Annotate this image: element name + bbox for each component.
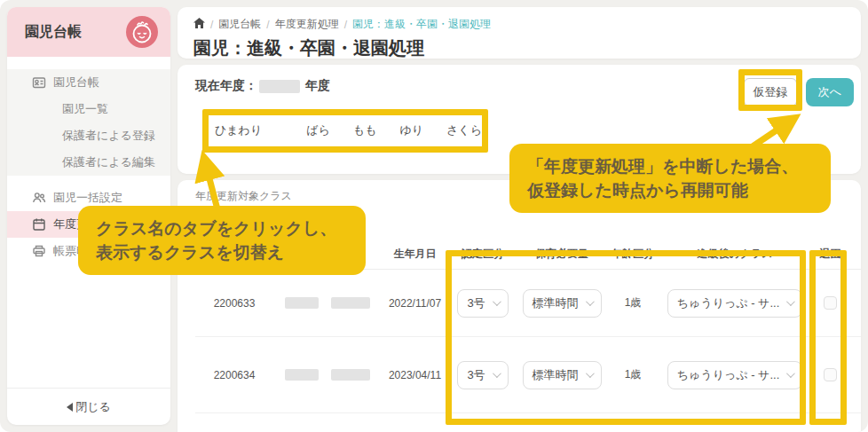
- title-card: / 園児台帳 / 年度更新処理 / 園児：進級・卒園・退園処理 園児：進級・卒園…: [178, 7, 861, 59]
- chevron-down-icon: [493, 297, 501, 306]
- callout-provisional-save: 「年度更新処理」を中断した場合、 仮登録した時点から再開可能: [509, 144, 831, 213]
- people-icon: [32, 191, 46, 205]
- chevron-down-icon: [585, 369, 594, 378]
- class-tabs: ひまわり ばら もも ゆり さくら: [195, 122, 843, 138]
- sidebar-item-enjidaicho[interactable]: 園児台帳: [7, 69, 170, 96]
- breadcrumb-link-enjidaicho[interactable]: 園児台帳: [218, 17, 261, 32]
- hoiku-select-value: 標準時間: [533, 295, 579, 311]
- sidebar-item-label: 園児一覧: [62, 101, 108, 117]
- chevron-down-icon: [786, 297, 795, 306]
- callout-line: 「年度更新処理」を中断した場合、: [527, 154, 813, 178]
- menu-group-enjidaicho: 園児台帳 園児一覧 保護者による登録 保護者による編集: [7, 69, 170, 176]
- tab-yuri[interactable]: ゆり: [399, 122, 423, 138]
- taien-checkbox[interactable]: [824, 296, 837, 310]
- current-year-label: 現在年度：: [195, 78, 257, 94]
- hoiku-select-value: 標準時間: [533, 367, 579, 383]
- printer-icon: [32, 244, 46, 258]
- sidebar-close-button[interactable]: 閉じる: [7, 388, 170, 425]
- provisional-save-button[interactable]: 仮登録: [744, 78, 797, 106]
- nintei-select[interactable]: 3号: [457, 361, 508, 389]
- callout-line: クラス名のタブをクリックし、: [96, 216, 348, 240]
- current-year-suffix: 年度: [305, 78, 330, 94]
- breadcrumb-separator: /: [266, 19, 269, 31]
- redacted-last-name: [285, 369, 319, 381]
- sidebar-item-label: 園児台帳: [53, 75, 99, 90]
- child-name: [273, 297, 382, 309]
- hoiku-select[interactable]: 標準時間: [523, 361, 602, 389]
- column-header-hoiku: 保育必要量: [517, 247, 606, 262]
- calendar-icon: [32, 217, 46, 232]
- column-header-next-class: 進級後のクラス: [659, 247, 810, 262]
- next-class-select[interactable]: ちゅうりっぷ - サ...: [667, 289, 803, 318]
- child-id: 2200633: [195, 297, 273, 310]
- sidebar-item-label: 保護者による登録: [62, 128, 155, 144]
- next-button[interactable]: 次へ: [806, 78, 854, 106]
- sidebar-close-label: 閉じる: [75, 399, 111, 415]
- child-name: [273, 369, 382, 381]
- next-class-select[interactable]: ちゅうりっぷ - サ...: [667, 361, 803, 389]
- breadcrumb: / 園児台帳 / 年度更新処理 / 園児：進級・卒園・退園処理: [193, 17, 845, 32]
- column-header-age: 年齢区分: [606, 247, 659, 262]
- callout-line: 表示するクラスを切替え: [96, 240, 348, 264]
- next-class-select-value: ちゅうりっぷ - サ...: [677, 295, 780, 311]
- breadcrumb-current: 園児：進級・卒園・退園処理: [352, 17, 491, 32]
- callout-class-tabs: クラス名のタブをクリックし、 表示するクラスを切替え: [78, 206, 366, 275]
- next-class-select-value: ちゅうりっぷ - サ...: [677, 367, 780, 383]
- breadcrumb-separator: /: [344, 19, 347, 31]
- age-category: 1歳: [606, 367, 659, 382]
- redacted-first-name: [331, 369, 370, 381]
- birthdate: 2022/11/07: [382, 297, 448, 310]
- table-row: 2200633 2022/11/07 3号 標準時間: [195, 270, 861, 337]
- sidebar-item-enji-ichiran[interactable]: 園児一覧: [7, 96, 170, 122]
- redacted-last-name: [285, 297, 319, 309]
- age-category: 1歳: [606, 295, 659, 310]
- hoiku-select[interactable]: 標準時間: [523, 289, 602, 318]
- sidebar-item-label: 保護者による編集: [62, 154, 155, 170]
- tab-himawari[interactable]: ひまわり: [215, 122, 262, 138]
- child-id: 2200634: [195, 369, 273, 381]
- redacted-year-value: [259, 80, 300, 93]
- app-title: 園児台帳: [25, 23, 82, 42]
- tab-bara[interactable]: ばら: [306, 122, 330, 138]
- column-header-birthdate: 生年月日: [382, 247, 448, 262]
- baby-face-logo-icon: [126, 16, 158, 48]
- breadcrumb-link-nendo-koshin[interactable]: 年度更新処理: [275, 17, 339, 32]
- birthdate: 2023/04/11: [382, 369, 448, 381]
- home-icon[interactable]: [193, 18, 205, 31]
- chevron-down-icon: [585, 297, 594, 306]
- column-header-nintei: 認定区分: [448, 247, 517, 262]
- tab-sakura[interactable]: さくら: [446, 122, 482, 138]
- nintei-select-value: 3号: [467, 295, 485, 311]
- taien-checkbox[interactable]: [824, 368, 837, 381]
- sidebar-item-label: 園児一括設定: [53, 190, 122, 206]
- column-header-taien: 退園: [810, 247, 850, 262]
- breadcrumb-separator: /: [210, 19, 213, 31]
- id-card-icon: [32, 75, 46, 90]
- sidebar-header: 園児台帳: [7, 7, 170, 57]
- nintei-select[interactable]: 3号: [457, 289, 508, 318]
- sidebar-item-hogosha-henshu[interactable]: 保護者による編集: [7, 149, 170, 176]
- chevron-down-icon: [493, 369, 501, 378]
- collapse-left-icon: [67, 403, 73, 412]
- chevron-down-icon: [786, 369, 795, 378]
- callout-line: 仮登録した時点から再開可能: [527, 178, 813, 202]
- table-row: 2200634 2023/04/11 3号 標準時間: [195, 337, 861, 413]
- redacted-first-name: [331, 297, 370, 309]
- page-title: 園児：進級・卒園・退園処理: [193, 36, 845, 60]
- app-window: 園児台帳: [0, 0, 868, 432]
- nintei-select-value: 3号: [467, 367, 485, 383]
- sidebar-item-hogosha-toroku[interactable]: 保護者による登録: [7, 122, 170, 149]
- tab-momo[interactable]: もも: [353, 122, 377, 138]
